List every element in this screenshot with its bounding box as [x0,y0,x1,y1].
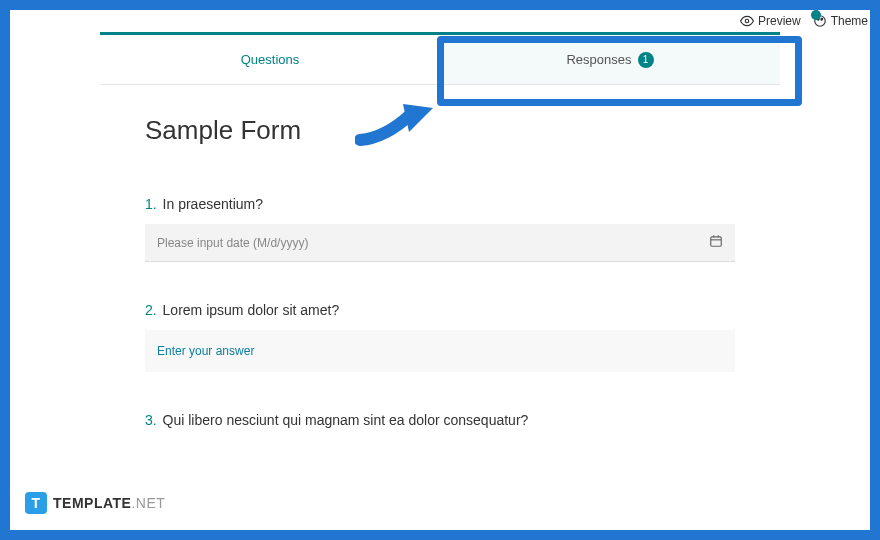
question-2-label: 2. Lorem ipsum dolor sit amet? [145,302,735,318]
watermark-icon: T [25,492,47,514]
question-1-label: 1. In praesentium? [145,196,735,212]
date-input-placeholder: Please input date (M/d/yyyy) [157,236,308,250]
text-input[interactable]: Enter your answer [145,330,735,372]
question-1-text: In praesentium? [163,196,263,212]
watermark-text-bold: TEMPLATE [53,495,131,511]
svg-point-0 [745,19,749,23]
text-input-placeholder: Enter your answer [157,344,254,358]
question-1: 1. In praesentium? Please input date (M/… [145,196,735,262]
preview-button[interactable]: Preview [740,14,801,28]
svg-rect-4 [711,237,722,246]
tab-responses[interactable]: Responses 1 [440,35,780,84]
top-toolbar: Preview Theme [10,10,870,32]
question-2-number: 2. [145,302,157,318]
watermark-text-light: .NET [131,495,165,511]
tab-responses-label: Responses [566,52,631,67]
question-3: 3. Qui libero nesciunt qui magnam sint e… [145,412,735,428]
form-container: Questions Responses 1 Sample Form 1. In … [100,32,780,527]
question-3-text: Qui libero nesciunt qui magnam sint ea d… [163,412,529,428]
preview-label: Preview [758,14,801,28]
question-3-label: 3. Qui libero nesciunt qui magnam sint e… [145,412,735,428]
question-2-text: Lorem ipsum dolor sit amet? [163,302,340,318]
svg-point-3 [821,18,823,20]
tab-bar: Questions Responses 1 [100,35,780,85]
theme-button[interactable]: Theme [813,14,868,28]
question-1-number: 1. [145,196,157,212]
app-window: Preview Theme Questions Resp [10,10,870,530]
tab-questions-label: Questions [241,52,300,67]
form-title: Sample Form [145,115,735,146]
theme-icon-wrapper [813,14,827,28]
calendar-icon [709,234,723,251]
theme-label: Theme [831,14,868,28]
question-3-number: 3. [145,412,157,428]
tab-questions[interactable]: Questions [100,35,440,84]
responses-count-badge: 1 [638,52,654,68]
question-2: 2. Lorem ipsum dolor sit amet? Enter you… [145,302,735,372]
watermark: T TEMPLATE.NET [25,492,165,514]
form-body: Sample Form 1. In praesentium? Please in… [100,85,780,428]
date-input[interactable]: Please input date (M/d/yyyy) [145,224,735,262]
notification-dot [811,10,821,20]
eye-icon [740,14,754,28]
